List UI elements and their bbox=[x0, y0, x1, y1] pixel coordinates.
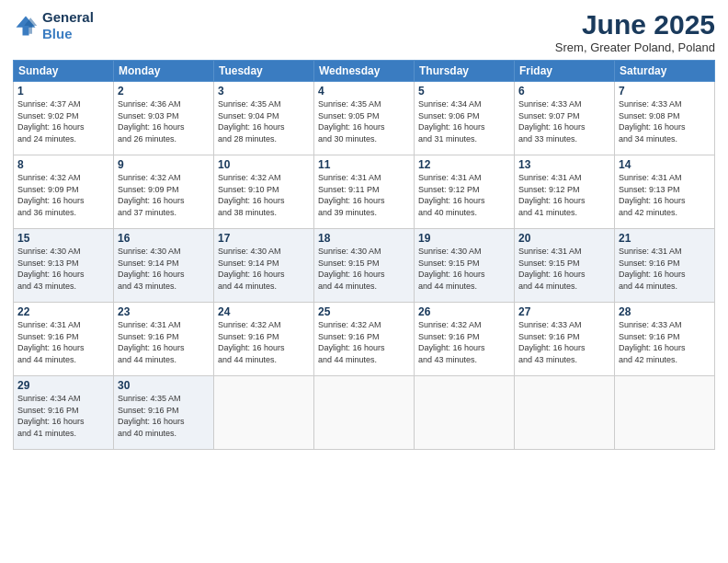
day-number: 11 bbox=[318, 158, 410, 171]
table-cell: 2Sunrise: 4:36 AMSunset: 9:03 PMDaylight… bbox=[114, 82, 214, 155]
day-info: Sunrise: 4:32 AMSunset: 9:10 PMDaylight:… bbox=[218, 172, 310, 218]
day-number: 21 bbox=[619, 232, 711, 245]
table-cell: 12Sunrise: 4:31 AMSunset: 9:12 PMDayligh… bbox=[415, 155, 515, 229]
table-cell: 26Sunrise: 4:32 AMSunset: 9:16 PMDayligh… bbox=[415, 303, 515, 376]
day-number: 28 bbox=[619, 305, 711, 318]
week-row-1: 1Sunrise: 4:37 AMSunset: 9:02 PMDaylight… bbox=[14, 82, 715, 155]
col-sunday: Sunday bbox=[14, 61, 114, 82]
week-row-3: 15Sunrise: 4:30 AMSunset: 9:13 PMDayligh… bbox=[14, 229, 715, 303]
day-info: Sunrise: 4:32 AMSunset: 9:09 PMDaylight:… bbox=[17, 172, 109, 218]
day-info: Sunrise: 4:32 AMSunset: 9:16 PMDaylight:… bbox=[218, 319, 310, 365]
day-info: Sunrise: 4:35 AMSunset: 9:05 PMDaylight:… bbox=[318, 98, 410, 144]
table-cell: 23Sunrise: 4:31 AMSunset: 9:16 PMDayligh… bbox=[114, 303, 214, 376]
day-number: 12 bbox=[418, 158, 510, 171]
table-cell: 24Sunrise: 4:32 AMSunset: 9:16 PMDayligh… bbox=[214, 303, 314, 376]
day-number: 30 bbox=[118, 379, 210, 392]
day-number: 29 bbox=[17, 379, 109, 392]
logo: General Blue bbox=[13, 9, 94, 42]
table-cell: 9Sunrise: 4:32 AMSunset: 9:09 PMDaylight… bbox=[114, 155, 214, 229]
day-info: Sunrise: 4:31 AMSunset: 9:16 PMDaylight:… bbox=[118, 319, 210, 365]
table-cell: 20Sunrise: 4:31 AMSunset: 9:15 PMDayligh… bbox=[515, 229, 615, 303]
day-number: 17 bbox=[218, 232, 310, 245]
day-info: Sunrise: 4:30 AMSunset: 9:15 PMDaylight:… bbox=[318, 246, 410, 292]
table-cell: 22Sunrise: 4:31 AMSunset: 9:16 PMDayligh… bbox=[14, 303, 114, 376]
day-info: Sunrise: 4:35 AMSunset: 9:16 PMDaylight:… bbox=[118, 393, 210, 439]
day-info: Sunrise: 4:32 AMSunset: 9:16 PMDaylight:… bbox=[418, 319, 510, 365]
day-number: 8 bbox=[17, 158, 109, 171]
day-number: 7 bbox=[619, 85, 711, 98]
day-number: 18 bbox=[318, 232, 410, 245]
day-number: 24 bbox=[218, 305, 310, 318]
day-info: Sunrise: 4:32 AMSunset: 9:09 PMDaylight:… bbox=[118, 172, 210, 218]
day-number: 3 bbox=[218, 85, 310, 98]
day-info: Sunrise: 4:31 AMSunset: 9:15 PMDaylight:… bbox=[518, 246, 610, 292]
table-cell: 17Sunrise: 4:30 AMSunset: 9:14 PMDayligh… bbox=[214, 229, 314, 303]
logo-icon bbox=[13, 13, 39, 39]
table-cell bbox=[615, 376, 715, 450]
table-cell: 5Sunrise: 4:34 AMSunset: 9:06 PMDaylight… bbox=[415, 82, 515, 155]
day-info: Sunrise: 4:34 AMSunset: 9:06 PMDaylight:… bbox=[418, 98, 510, 144]
table-cell: 10Sunrise: 4:32 AMSunset: 9:10 PMDayligh… bbox=[214, 155, 314, 229]
day-number: 10 bbox=[218, 158, 310, 171]
col-tuesday: Tuesday bbox=[214, 61, 314, 82]
day-number: 19 bbox=[418, 232, 510, 245]
week-row-5: 29Sunrise: 4:34 AMSunset: 9:16 PMDayligh… bbox=[14, 376, 715, 450]
day-info: Sunrise: 4:33 AMSunset: 9:07 PMDaylight:… bbox=[518, 98, 610, 144]
day-number: 16 bbox=[118, 232, 210, 245]
table-cell: 11Sunrise: 4:31 AMSunset: 9:11 PMDayligh… bbox=[314, 155, 415, 229]
table-cell: 8Sunrise: 4:32 AMSunset: 9:09 PMDaylight… bbox=[14, 155, 114, 229]
logo-text: General Blue bbox=[42, 9, 94, 42]
header: General Blue June 2025 Srem, Greater Pol… bbox=[13, 9, 715, 54]
day-info: Sunrise: 4:31 AMSunset: 9:16 PMDaylight:… bbox=[619, 246, 711, 292]
day-number: 14 bbox=[619, 158, 711, 171]
day-number: 27 bbox=[518, 305, 610, 318]
day-info: Sunrise: 4:33 AMSunset: 9:08 PMDaylight:… bbox=[619, 98, 711, 144]
day-number: 25 bbox=[318, 305, 410, 318]
col-friday: Friday bbox=[515, 61, 615, 82]
day-info: Sunrise: 4:31 AMSunset: 9:12 PMDaylight:… bbox=[418, 172, 510, 218]
table-cell: 4Sunrise: 4:35 AMSunset: 9:05 PMDaylight… bbox=[314, 82, 415, 155]
day-info: Sunrise: 4:31 AMSunset: 9:11 PMDaylight:… bbox=[318, 172, 410, 218]
col-wednesday: Wednesday bbox=[314, 61, 415, 82]
col-monday: Monday bbox=[114, 61, 214, 82]
day-info: Sunrise: 4:37 AMSunset: 9:02 PMDaylight:… bbox=[17, 98, 109, 144]
table-cell: 16Sunrise: 4:30 AMSunset: 9:14 PMDayligh… bbox=[114, 229, 214, 303]
day-number: 15 bbox=[17, 232, 109, 245]
table-cell: 19Sunrise: 4:30 AMSunset: 9:15 PMDayligh… bbox=[415, 229, 515, 303]
day-info: Sunrise: 4:33 AMSunset: 9:16 PMDaylight:… bbox=[518, 319, 610, 365]
title-block: June 2025 Srem, Greater Poland, Poland bbox=[555, 9, 715, 54]
page: General Blue June 2025 Srem, Greater Pol… bbox=[0, 0, 728, 563]
table-cell bbox=[314, 376, 415, 450]
table-cell: 30Sunrise: 4:35 AMSunset: 9:16 PMDayligh… bbox=[114, 376, 214, 450]
day-number: 13 bbox=[518, 158, 610, 171]
day-info: Sunrise: 4:35 AMSunset: 9:04 PMDaylight:… bbox=[218, 98, 310, 144]
table-cell: 6Sunrise: 4:33 AMSunset: 9:07 PMDaylight… bbox=[515, 82, 615, 155]
month-title: June 2025 bbox=[555, 9, 715, 40]
day-number: 1 bbox=[17, 85, 109, 98]
day-info: Sunrise: 4:30 AMSunset: 9:14 PMDaylight:… bbox=[218, 246, 310, 292]
day-number: 4 bbox=[318, 85, 410, 98]
week-row-2: 8Sunrise: 4:32 AMSunset: 9:09 PMDaylight… bbox=[14, 155, 715, 229]
table-cell: 27Sunrise: 4:33 AMSunset: 9:16 PMDayligh… bbox=[515, 303, 615, 376]
day-info: Sunrise: 4:36 AMSunset: 9:03 PMDaylight:… bbox=[118, 98, 210, 144]
table-cell: 3Sunrise: 4:35 AMSunset: 9:04 PMDaylight… bbox=[214, 82, 314, 155]
day-info: Sunrise: 4:30 AMSunset: 9:14 PMDaylight:… bbox=[118, 246, 210, 292]
day-number: 9 bbox=[118, 158, 210, 171]
day-number: 22 bbox=[17, 305, 109, 318]
table-cell: 29Sunrise: 4:34 AMSunset: 9:16 PMDayligh… bbox=[14, 376, 114, 450]
calendar: Sunday Monday Tuesday Wednesday Thursday… bbox=[13, 60, 715, 450]
table-cell: 28Sunrise: 4:33 AMSunset: 9:16 PMDayligh… bbox=[615, 303, 715, 376]
day-number: 5 bbox=[418, 85, 510, 98]
day-info: Sunrise: 4:31 AMSunset: 9:16 PMDaylight:… bbox=[17, 319, 109, 365]
day-info: Sunrise: 4:30 AMSunset: 9:15 PMDaylight:… bbox=[418, 246, 510, 292]
day-info: Sunrise: 4:30 AMSunset: 9:13 PMDaylight:… bbox=[17, 246, 109, 292]
week-row-4: 22Sunrise: 4:31 AMSunset: 9:16 PMDayligh… bbox=[14, 303, 715, 376]
day-number: 6 bbox=[518, 85, 610, 98]
table-cell: 1Sunrise: 4:37 AMSunset: 9:02 PMDaylight… bbox=[14, 82, 114, 155]
day-number: 20 bbox=[518, 232, 610, 245]
table-cell bbox=[415, 376, 515, 450]
location-subtitle: Srem, Greater Poland, Poland bbox=[555, 40, 715, 54]
table-cell: 7Sunrise: 4:33 AMSunset: 9:08 PMDaylight… bbox=[615, 82, 715, 155]
table-cell bbox=[515, 376, 615, 450]
table-cell: 25Sunrise: 4:32 AMSunset: 9:16 PMDayligh… bbox=[314, 303, 415, 376]
